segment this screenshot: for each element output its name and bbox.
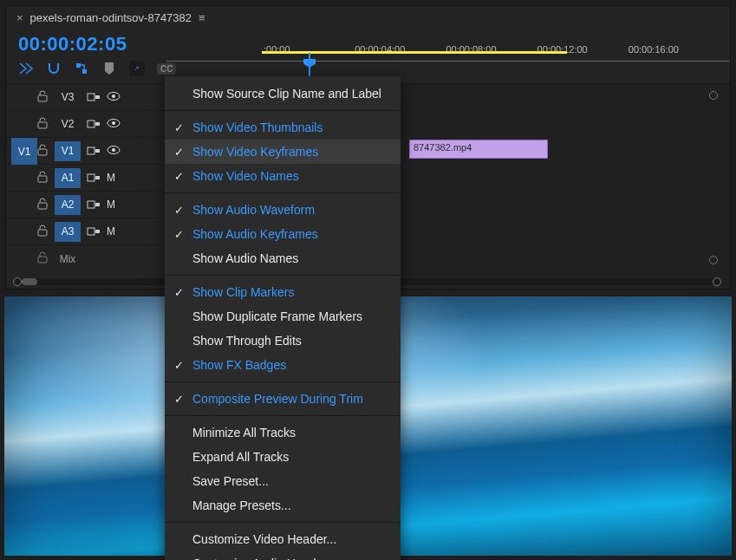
menu-item[interactable]: Show Through Edits — [165, 329, 401, 353]
sync-icon[interactable] — [86, 225, 101, 238]
menu-item-label: Show Through Edits — [192, 334, 302, 348]
menu-item[interactable]: Show Audio Names — [165, 246, 401, 270]
menu-item[interactable]: ✓Show Clip Markers — [165, 280, 401, 304]
mute-label[interactable]: M — [107, 199, 115, 211]
check-icon: ✓ — [172, 393, 186, 406]
track-label[interactable]: Mix — [55, 249, 81, 269]
menu-item-label: Show Video Keyframes — [192, 145, 318, 159]
menu-item-label: Show Audio Waveform — [192, 203, 315, 217]
menu-item-label: Customize Audio Header... — [192, 557, 336, 560]
work-area-bar[interactable] — [262, 51, 567, 54]
sync-icon[interactable] — [86, 198, 101, 212]
mute-label[interactable]: M — [107, 225, 115, 238]
track-row-v2[interactable]: V2 — [6, 111, 166, 138]
menu-item-label: Composite Preview During Trim — [192, 392, 363, 406]
track-row-mix[interactable]: Mix — [6, 245, 166, 272]
mute-label[interactable]: M — [107, 172, 115, 184]
sequence-title: pexels-roman-odintsov-8747382 — [30, 11, 192, 24]
lock-icon[interactable] — [37, 171, 49, 186]
close-icon[interactable]: × — [16, 11, 23, 24]
track-label[interactable]: V3 — [55, 88, 81, 107]
svg-point-11 — [112, 121, 115, 125]
menu-item[interactable]: Customize Audio Header... — [165, 551, 401, 560]
current-timecode[interactable]: 00:00:02:05 — [18, 33, 127, 55]
svg-rect-22 — [95, 203, 100, 206]
eye-icon[interactable] — [107, 145, 120, 158]
menu-item[interactable]: ✓Show Video Thumbnails — [165, 115, 401, 140]
svg-rect-23 — [38, 230, 47, 236]
menu-item[interactable]: Minimize All Tracks — [165, 420, 401, 445]
menu-item[interactable]: Expand All Tracks — [165, 445, 401, 469]
video-clip[interactable]: 8747382.mp4 — [409, 140, 548, 159]
insert-overwrite-icon[interactable] — [18, 61, 34, 76]
track-label[interactable]: A2 — [55, 195, 81, 215]
track-label[interactable]: V1 — [55, 141, 81, 161]
menu-separator — [165, 381, 401, 382]
linked-selection-icon[interactable] — [74, 61, 89, 76]
menu-item-label: Show Source Clip Name and Label — [192, 87, 381, 101]
menu-item[interactable]: Show Source Clip Name and Label — [165, 81, 401, 106]
menu-item[interactable]: Customize Video Header... — [165, 527, 401, 551]
eye-icon[interactable] — [107, 91, 120, 104]
menu-separator — [165, 192, 401, 193]
sync-icon[interactable] — [86, 90, 101, 104]
track-row-v3[interactable]: V3 — [6, 84, 166, 111]
track-label[interactable]: A3 — [55, 222, 81, 242]
lock-icon[interactable] — [37, 198, 49, 212]
snap-icon[interactable] — [46, 61, 62, 76]
track-row-a2[interactable]: A2 M — [6, 192, 166, 218]
svg-point-6 — [112, 94, 115, 98]
menu-item[interactable]: Manage Presets... — [165, 493, 401, 518]
sync-icon[interactable] — [86, 117, 101, 131]
svg-rect-2 — [38, 95, 47, 101]
lock-icon[interactable] — [37, 117, 49, 132]
sync-icon[interactable] — [86, 144, 101, 158]
timeline-display-settings-menu: Show Source Clip Name and Label✓Show Vid… — [165, 76, 401, 560]
track-row-a3[interactable]: A3 M — [6, 218, 166, 245]
eye-icon[interactable] — [107, 118, 120, 131]
ruler-label: 00:00:16:00 — [629, 44, 720, 55]
menu-item-label: Show FX Badges — [192, 358, 286, 372]
zoom-handle-right[interactable] — [713, 277, 721, 286]
check-icon: ✓ — [172, 228, 186, 241]
lock-icon[interactable] — [37, 251, 49, 266]
svg-rect-26 — [38, 257, 47, 263]
panel-menu-icon[interactable]: ≡ — [199, 11, 205, 24]
source-target-v1[interactable]: V1 — [11, 138, 37, 165]
menu-item-label: Show Audio Names — [192, 251, 298, 265]
menu-item-label: Show Clip Markers — [192, 285, 294, 299]
menu-item[interactable]: ✓Composite Preview During Trim — [165, 387, 401, 411]
panel-header: × pexels-roman-odintsov-8747382 ≡ — [6, 6, 730, 29]
menu-separator — [165, 110, 401, 111]
svg-rect-7 — [38, 122, 47, 128]
zoom-handle-left[interactable] — [13, 277, 22, 286]
sync-icon[interactable] — [86, 171, 101, 185]
lock-icon[interactable] — [37, 225, 49, 239]
svg-rect-12 — [38, 149, 47, 155]
svg-rect-24 — [88, 228, 94, 235]
lock-icon[interactable] — [37, 144, 49, 159]
svg-rect-20 — [38, 203, 47, 209]
wrench-settings-icon[interactable] — [129, 61, 145, 76]
track-label[interactable]: A1 — [55, 168, 81, 188]
menu-item-label: Customize Video Header... — [192, 532, 336, 546]
check-icon: ✓ — [172, 146, 186, 159]
menu-item[interactable]: ✓Show Video Names — [165, 164, 401, 188]
keyframe-marker — [709, 91, 718, 100]
track-label[interactable]: V2 — [55, 114, 81, 134]
marker-icon[interactable] — [101, 61, 117, 76]
menu-item[interactable]: Show Duplicate Frame Markers — [165, 304, 401, 329]
svg-rect-8 — [88, 120, 94, 127]
svg-rect-17 — [38, 176, 47, 182]
menu-item[interactable]: Save Preset... — [165, 469, 401, 493]
menu-item[interactable]: ✓Show Audio Waveform — [165, 198, 401, 222]
lock-icon[interactable] — [37, 90, 49, 105]
menu-item[interactable]: ✓Show Audio Keyframes — [165, 222, 401, 246]
menu-item[interactable]: ✓Show Video Keyframes — [165, 140, 401, 164]
svg-rect-13 — [88, 147, 94, 154]
svg-rect-25 — [95, 230, 100, 233]
menu-item[interactable]: ✓Show FX Badges — [165, 353, 401, 377]
scrollbar-thumb[interactable] — [22, 278, 37, 285]
svg-rect-1 — [82, 69, 87, 74]
track-row-a1[interactable]: A1 M — [6, 165, 166, 192]
